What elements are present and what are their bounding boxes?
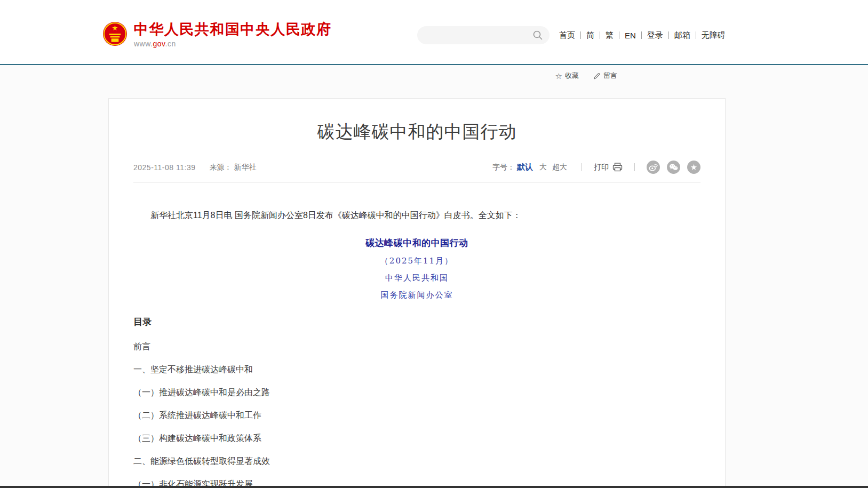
- print-label: 打印: [594, 163, 609, 172]
- star-share-icon[interactable]: [687, 161, 700, 174]
- article-card: 碳达峰碳中和的中国行动 2025-11-08 11:39 来源： 新华社 字号：…: [108, 98, 726, 488]
- toc-item: 前言: [133, 342, 700, 351]
- publish-date: 2025-11-08 11:39: [133, 163, 195, 172]
- meta-separator: [634, 163, 635, 171]
- meta-right: 字号： 默认 大 超大 打印: [492, 161, 700, 174]
- toc-item: 二、能源绿色低碳转型取得显著成效: [133, 457, 700, 466]
- nav-item-traditional[interactable]: 繁: [600, 30, 619, 41]
- font-size-xlarge-button[interactable]: 超大: [552, 163, 567, 172]
- nav-item-home[interactable]: 首页: [554, 30, 580, 41]
- site-url-suffix: .cn: [165, 39, 176, 48]
- site-url: www.gov.cn: [134, 39, 332, 48]
- font-size-label: 字号：: [492, 163, 515, 172]
- font-size-default-button[interactable]: 默认: [517, 162, 533, 172]
- meta-left: 2025-11-08 11:39 来源： 新华社: [133, 163, 256, 172]
- nav-item-mail[interactable]: 邮箱: [669, 30, 696, 41]
- lead-paragraph: 新华社北京11月8日电 国务院新闻办公室8日发布《碳达峰碳中和的中国行动》白皮书…: [133, 209, 700, 222]
- comment-link[interactable]: 留言: [593, 71, 617, 81]
- search-box: [417, 26, 550, 44]
- source-label: 来源：: [209, 163, 232, 172]
- national-emblem-icon: [102, 21, 128, 46]
- favorite-link[interactable]: ☆ 收藏: [555, 71, 579, 81]
- quick-links-bar: ☆ 收藏 留言: [0, 70, 617, 82]
- star-outline-icon: ☆: [555, 72, 562, 80]
- wechat-share-icon[interactable]: [667, 161, 680, 174]
- meta-separator: [582, 163, 582, 171]
- nav-item-simplified[interactable]: 简: [581, 30, 600, 41]
- meta-divider: [133, 182, 700, 183]
- toc-item: 一、坚定不移推进碳达峰碳中和: [133, 365, 700, 374]
- comment-label: 留言: [603, 71, 617, 81]
- printer-icon: [612, 163, 623, 172]
- font-size-large-button[interactable]: 大: [539, 163, 547, 172]
- favorite-label: 收藏: [565, 71, 579, 81]
- nav-item-accessibility[interactable]: 无障碍: [696, 30, 731, 41]
- site-header: 中华人民共和国中央人民政府 www.gov.cn 首页 简 繁 EN 登录 邮箱…: [0, 0, 868, 65]
- article-title: 碳达峰碳中和的中国行动: [133, 120, 700, 144]
- site-url-gov: gov: [153, 39, 165, 48]
- article-body: 新华社北京11月8日电 国务院新闻办公室8日发布《碳达峰碳中和的中国行动》白皮书…: [133, 209, 700, 488]
- site-title: 中华人民共和国中央人民政府: [134, 21, 332, 38]
- doc-title: 碳达峰碳中和的中国行动: [133, 237, 700, 249]
- doc-org-line-1: 中华人民共和国: [133, 273, 700, 283]
- site-url-prefix: www.: [134, 39, 153, 48]
- share-icons: [647, 161, 700, 174]
- toc-item: （一）推进碳达峰碳中和是必由之路: [133, 388, 700, 397]
- doc-org-line-2: 国务院新闻办公室: [133, 290, 700, 300]
- pen-icon: [593, 72, 601, 80]
- logo-text: 中华人民共和国中央人民政府 www.gov.cn: [134, 21, 332, 48]
- toc-heading: 目录: [133, 316, 700, 328]
- top-nav: 首页 简 繁 EN 登录 邮箱 无障碍: [554, 29, 731, 42]
- window-bottom-edge: [0, 486, 868, 488]
- doc-date-line: （2025年11月）: [133, 256, 700, 266]
- site-logo[interactable]: 中华人民共和国中央人民政府 www.gov.cn: [102, 21, 332, 48]
- source-value[interactable]: 新华社: [234, 163, 256, 172]
- toc-item: （二）系统推进碳达峰碳中和工作: [133, 411, 700, 420]
- toc-list: 前言一、坚定不移推进碳达峰碳中和（一）推进碳达峰碳中和是必由之路（二）系统推进碳…: [133, 342, 700, 488]
- print-button[interactable]: 打印: [594, 163, 623, 172]
- search-input[interactable]: [417, 31, 532, 39]
- article-meta-row: 2025-11-08 11:39 来源： 新华社 字号： 默认 大 超大 打印: [133, 161, 700, 174]
- weibo-share-icon[interactable]: [647, 161, 660, 174]
- search-icon[interactable]: [532, 30, 543, 41]
- toc-item: （三）构建碳达峰碳中和政策体系: [133, 434, 700, 443]
- nav-item-english[interactable]: EN: [619, 31, 641, 40]
- nav-item-login[interactable]: 登录: [642, 30, 668, 41]
